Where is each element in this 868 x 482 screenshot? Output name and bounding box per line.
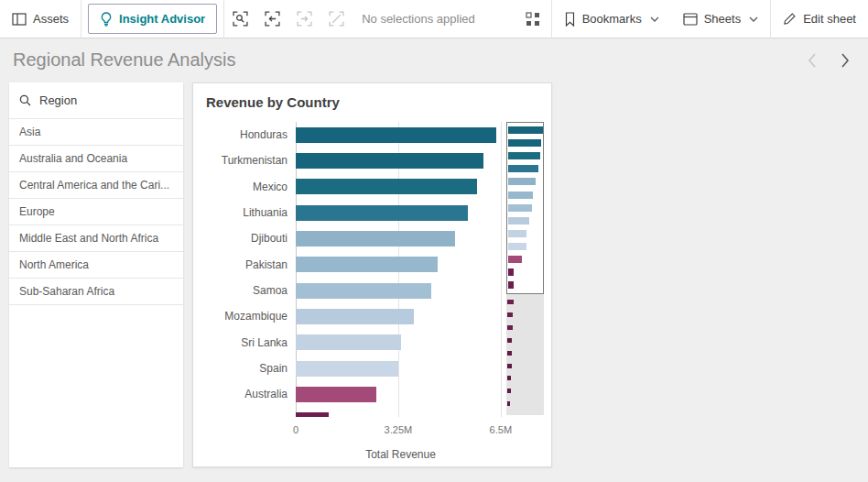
sheet-navigation (802, 49, 855, 72)
bar-samoa[interactable] (296, 283, 431, 299)
bar-label: Honduras (193, 128, 296, 141)
bar-lithuania[interactable] (296, 205, 468, 221)
axis-tick-label: 3.25M (385, 424, 413, 435)
bar-label: Mozambique (193, 310, 296, 323)
filter-pane-header[interactable]: Region (9, 82, 183, 119)
minimap-bar (508, 230, 526, 237)
minimap-bar (508, 256, 522, 263)
bar-label: Turkmenistan (193, 154, 296, 167)
minimap-bar (508, 268, 514, 276)
bar-label: Australia (193, 388, 296, 400)
minimap-bar (508, 165, 538, 172)
toolbar: Assets Insight Advisor (0, 0, 868, 38)
bar-track (296, 361, 505, 377)
bar-track (296, 334, 505, 350)
chart-row: Honduras (193, 122, 505, 148)
filter-item[interactable]: Sub-Saharan Africa (9, 279, 183, 305)
bar-label: Lithuania (193, 206, 296, 219)
filter-item[interactable]: Central America and the Cari... (9, 172, 183, 199)
bar-label: Djibouti (193, 232, 296, 245)
chart-rows: HondurasTurkmenistanMexicoLithuaniaDjibo… (193, 122, 505, 417)
step-back-selection-button[interactable] (256, 0, 288, 38)
bar-track (296, 309, 505, 324)
chart-row: Australia (193, 381, 505, 407)
search-icon (19, 94, 31, 106)
axis-tick-label: 6.5M (490, 424, 512, 435)
bookmarks-label: Bookmarks (582, 12, 642, 26)
bar-label: Sri Lanka (193, 336, 296, 349)
chart-body: HondurasTurkmenistanMexicoLithuaniaDjibo… (193, 122, 551, 466)
chart-row: Lithuania (193, 200, 505, 225)
insight-advisor-label: Insight Advisor (119, 12, 205, 26)
pencil-icon (783, 12, 797, 26)
insight-advisor-button[interactable]: Insight Advisor (88, 4, 217, 34)
axis-tick-label: 0 (293, 424, 298, 435)
chart-row: Turkmenistan (193, 148, 505, 173)
sheet-title: Regional Revenue Analysis (13, 49, 236, 71)
bar-honduras[interactable] (296, 127, 496, 143)
axis-ticks: 03.25M6.5M (296, 424, 505, 437)
bar-sri-lanka[interactable] (296, 334, 401, 350)
toolbar-divider (81, 0, 81, 38)
filter-item[interactable]: Australia and Oceania (9, 146, 183, 172)
minimap-bar (508, 217, 529, 225)
minimap-bar (508, 178, 536, 185)
chart-row (193, 408, 505, 417)
edit-sheet-label: Edit sheet (803, 12, 856, 26)
minimap-bar (508, 152, 540, 159)
app-objects-grid-button[interactable] (515, 0, 551, 38)
bar-mexico[interactable] (296, 179, 477, 194)
minimap-bar (508, 192, 533, 199)
bar-label: Samoa (193, 284, 296, 297)
bookmarks-button[interactable]: Bookmarks (552, 0, 671, 38)
minimap-bar (507, 401, 510, 406)
sheets-button[interactable]: Sheets (671, 0, 770, 38)
chart-scrollbar-minimap[interactable] (506, 122, 544, 415)
bar-djibouti[interactable] (296, 231, 455, 246)
bar-label: Pakistan (193, 258, 296, 271)
chart-row: Mozambique (193, 303, 505, 329)
filter-item[interactable]: North America (9, 252, 183, 279)
bar-spain[interactable] (296, 361, 398, 377)
minimap-bar (507, 376, 511, 380)
minimap-bar (507, 338, 512, 343)
x-axis-label: Total Revenue (296, 448, 505, 461)
step-forward-selection-button[interactable] (288, 0, 320, 38)
minimap-bar (508, 204, 532, 212)
minimap-window[interactable] (506, 122, 544, 294)
app-window: Assets Insight Advisor (0, 0, 868, 482)
bar-label: Mexico (193, 181, 296, 193)
minimap-bar (508, 126, 543, 134)
edit-sheet-button[interactable]: Edit sheet (771, 0, 868, 38)
bar-label: Spain (193, 362, 296, 375)
minimap-bar (508, 281, 514, 289)
chart-row: Spain (193, 356, 505, 381)
assets-button[interactable]: Assets (0, 0, 81, 38)
search-selections-button[interactable] (224, 0, 256, 38)
minimap-bar (508, 139, 541, 147)
filter-item[interactable]: Asia (9, 119, 183, 146)
clear-selections-button[interactable] (320, 0, 353, 38)
region-filter-pane: Region AsiaAustralia and OceaniaCentral … (9, 82, 183, 467)
chart-row: Mexico (193, 174, 505, 200)
chevron-down-icon (650, 16, 659, 22)
bar-track (296, 387, 505, 402)
bar-turkmenistan[interactable] (296, 153, 483, 169)
minimap-bar (507, 325, 513, 330)
bar-unlabeled[interactable] (296, 412, 329, 417)
sheets-label: Sheets (704, 12, 741, 26)
next-sheet-button[interactable] (835, 49, 855, 72)
toolbar-right-group: Bookmarks Sheets (515, 0, 868, 38)
filter-item[interactable]: Middle East and North Africa (9, 225, 183, 252)
minimap-bar (507, 351, 512, 356)
filter-list: AsiaAustralia and OceaniaCentral America… (9, 119, 183, 305)
bar-pakistan[interactable] (296, 257, 438, 272)
previous-sheet-button[interactable] (802, 49, 822, 72)
minimap-bar (507, 364, 512, 368)
bar-australia[interactable] (296, 387, 376, 402)
minimap-bar (507, 312, 513, 317)
chart-row: Sri Lanka (193, 330, 505, 356)
bar-track (296, 231, 505, 246)
filter-item[interactable]: Europe (9, 199, 183, 225)
bar-mozambique[interactable] (296, 309, 414, 324)
